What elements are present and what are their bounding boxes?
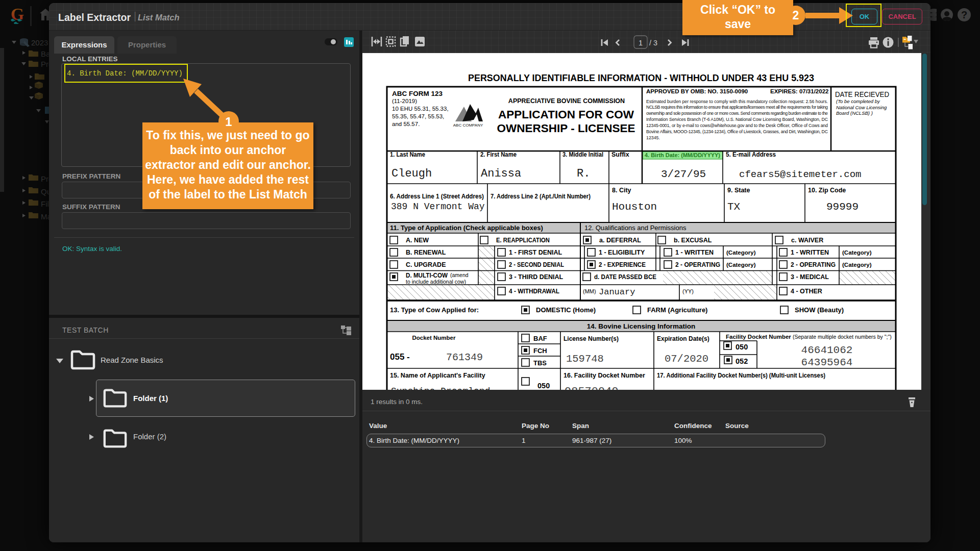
- svg-text:2. First Name: 2. First Name: [480, 151, 517, 158]
- svg-text:98570949: 98570949: [565, 386, 619, 390]
- svg-text:4 - OTHER: 4 - OTHER: [791, 288, 822, 295]
- svg-text:16. Facility Docket Number: 16. Facility Docket Number: [564, 372, 645, 379]
- svg-text:D. MULTI-COW: D. MULTI-COW: [406, 272, 448, 279]
- svg-text:ABC FORM 123: ABC FORM 123: [392, 90, 443, 97]
- svg-text:46641062: 46641062: [801, 344, 853, 356]
- svg-text:389 N Vermont Way: 389 N Vermont Way: [391, 202, 485, 212]
- svg-text:/ 3: / 3: [649, 39, 657, 47]
- svg-text:E. REAPPLICATION: E. REAPPLICATION: [496, 237, 550, 244]
- svg-text:64395964: 64395964: [801, 357, 853, 368]
- svg-text:File: File: [41, 199, 49, 208]
- svg-text:Cleugh: Cleugh: [391, 167, 432, 180]
- svg-text:3 - MEDICAL: 3 - MEDICAL: [791, 273, 829, 281]
- svg-text:Bovine Affairs, MOOO-12345, (1: Bovine Affairs, MOOO-12345, (1234-1234),…: [646, 129, 828, 134]
- svg-text:(To be completed by: (To be completed by: [836, 98, 880, 104]
- svg-text:APPLICATION FOR COW: APPLICATION FOR COW: [498, 108, 634, 121]
- svg-text:5. E-mail Address: 5. E-mail Address: [726, 151, 776, 158]
- svg-text:Houston: Houston: [612, 201, 657, 213]
- svg-text:159748: 159748: [566, 353, 604, 365]
- svg-text:1 - FIRST DENIAL: 1 - FIRST DENIAL: [509, 249, 562, 256]
- svg-text:Estimated burden per response: Estimated burden per response to comply …: [646, 99, 828, 104]
- svg-text:(MM): (MM): [583, 288, 596, 294]
- svg-text:ABC COMPANY: ABC COMPANY: [453, 123, 483, 128]
- svg-text:4 - WITHDRAWAL: 4 - WITHDRAWAL: [509, 288, 559, 295]
- svg-text:Ma: Ma: [41, 212, 49, 221]
- svg-text:EXPIRES: 07/31/2022: EXPIRES: 07/31/2022: [770, 88, 828, 94]
- svg-text:1 - ELIGIBILITY: 1 - ELIGIBILITY: [599, 249, 645, 256]
- svg-text:Docket Number: Docket Number: [412, 335, 456, 341]
- svg-text:(YY): (YY): [682, 288, 694, 294]
- svg-text:FCH: FCH: [533, 347, 547, 355]
- svg-text:2 - EXPERIENCE: 2 - EXPERIENCE: [599, 261, 646, 268]
- svg-text:8. City: 8. City: [612, 187, 631, 194]
- svg-text:Ba: Ba: [41, 49, 49, 58]
- svg-text:1: 1: [225, 115, 232, 129]
- svg-text:07/2020: 07/2020: [665, 353, 708, 365]
- svg-text:10. Zip Code: 10. Zip Code: [808, 187, 846, 194]
- svg-text:2 - SECOND DENIAL: 2 - SECOND DENIAL: [509, 261, 564, 268]
- svg-text:12345-0001, or by e-mail to co: 12345-0001, or by e-mail to cows@whiteho…: [646, 123, 828, 128]
- svg-text:6. Address Line 1 (Street Add: 6. Address Line 1 (Street Addres): [390, 193, 484, 200]
- svg-text:4. Birth Date: (MM/DD/YYYY): 4. Birth Date: (MM/DD/YYYY): [645, 152, 720, 158]
- svg-text:3/27/95: 3/27/95: [661, 168, 706, 180]
- svg-text:DATE RECIEVED: DATE RECIEVED: [835, 90, 889, 98]
- svg-text:Sunshine Dreamland: Sunshine Dreamland: [391, 386, 490, 390]
- svg-text:R.: R.: [577, 167, 590, 180]
- svg-text:ownership and sole possession: ownership and sole possession of one or …: [646, 111, 828, 116]
- svg-text:2 - OPERATING: 2 - OPERATING: [675, 261, 720, 268]
- svg-text:99999: 99999: [826, 201, 859, 213]
- svg-text:A. NEW: A. NEW: [406, 237, 429, 244]
- svg-text:17. Additional Facility Docke: 17. Additional Facility Docket Number(s)…: [657, 372, 825, 379]
- svg-text:1. Last Name: 1. Last Name: [390, 151, 425, 158]
- svg-text:14. Bovine Licensing Informati: 14. Bovine Licensing Information: [587, 322, 695, 330]
- svg-text:(Category): (Category): [726, 262, 756, 268]
- svg-text:Qu: Qu: [41, 187, 49, 196]
- svg-text:b. EXCUSAL: b. EXCUSAL: [674, 237, 712, 244]
- svg-text:7. Address Line 2 (Apt./Unit: 7. Address Line 2 (Apt./Unit Number): [491, 193, 591, 200]
- svg-text:12345.: 12345.: [646, 135, 660, 140]
- svg-text:(11-2019): (11-2019): [392, 98, 417, 104]
- svg-text:TX: TX: [727, 201, 741, 213]
- svg-text:050: 050: [537, 382, 550, 390]
- svg-text:761349: 761349: [446, 352, 483, 363]
- svg-text:APPROVED BY OMB: NO. 3150-009: APPROVED BY OMB: NO. 3150-0090: [646, 88, 748, 94]
- svg-text:a. DEFERRAL: a. DEFERRAL: [599, 237, 641, 244]
- svg-text:FARM (Agriculture): FARM (Agriculture): [647, 306, 707, 314]
- svg-text:cfears5@sitemeter.com: cfears5@sitemeter.com: [739, 169, 861, 180]
- svg-text:050: 050: [736, 343, 748, 351]
- svg-text:National Cow Licensing: National Cow Licensing: [836, 105, 887, 110]
- svg-text:Anissa: Anissa: [481, 167, 521, 180]
- svg-text:3 - THIRD DENIAL: 3 - THIRD DENIAL: [509, 273, 564, 281]
- svg-text:Expiration Date(s): Expiration Date(s): [657, 335, 709, 342]
- svg-text:NCLSB requires this informatio: NCLSB requires this information to ensur…: [646, 105, 828, 110]
- svg-text:DOMESTIC (Home): DOMESTIC (Home): [536, 306, 596, 314]
- svg-text:12. Qualifications and Permiss: 12. Qualifications and Permissions: [584, 224, 687, 232]
- svg-text:B. RENEWAL: B. RENEWAL: [406, 249, 446, 256]
- svg-text:TBS: TBS: [533, 359, 547, 367]
- svg-text:052: 052: [736, 357, 748, 365]
- svg-text:15. Name of Applicant's Facil: 15. Name of Applicant's Facility: [390, 372, 485, 379]
- svg-text:APPRECIATIVE BOVINE COMMISSION: APPRECIATIVE BOVINE COMMISSION: [508, 97, 625, 105]
- svg-text:License Number(s): License Number(s): [564, 335, 619, 342]
- svg-text:2023: 2023: [31, 38, 48, 47]
- svg-text:Facility Docket Number (Separa: Facility Docket Number (Separate multipl…: [726, 334, 892, 340]
- svg-text:C. UPGRADE: C. UPGRADE: [406, 261, 446, 268]
- svg-text:3. Middle Initial: 3. Middle Initial: [562, 151, 603, 158]
- svg-text:1 - WRITTEN: 1 - WRITTEN: [791, 249, 829, 256]
- svg-text:13. Type of Cow Applied for:: 13. Type of Cow Applied for:: [390, 306, 479, 314]
- svg-text:Suffix: Suffix: [611, 151, 629, 158]
- svg-text:9. State: 9. State: [727, 187, 750, 194]
- svg-text:1 - WRITTEN: 1 - WRITTEN: [675, 249, 714, 256]
- svg-text:(Category): (Category): [726, 249, 756, 256]
- svg-text:PERSONALLY IDENTIFIABLE INFORM: PERSONALLY IDENTIFIABLE INFORMATION - WI…: [468, 73, 814, 83]
- svg-text:Pro: Pro: [41, 60, 49, 68]
- svg-text:1: 1: [639, 39, 643, 47]
- svg-text:BAF: BAF: [533, 335, 547, 342]
- svg-text:c. WAIVER: c. WAIVER: [791, 237, 823, 244]
- svg-text:055 -: 055 -: [390, 352, 410, 362]
- svg-text:55.35, 55.47, 55.53,: 55.35, 55.47, 55.53,: [392, 113, 444, 119]
- svg-text:10 EHU 55.31, 55.33,: 10 EHU 55.31, 55.33,: [392, 106, 449, 112]
- svg-text:January: January: [599, 287, 635, 297]
- svg-text:and 55.57.: and 55.57.: [392, 121, 420, 127]
- svg-text:11. Type of Application (Chec: 11. Type of Application (Check applicabl…: [390, 224, 543, 232]
